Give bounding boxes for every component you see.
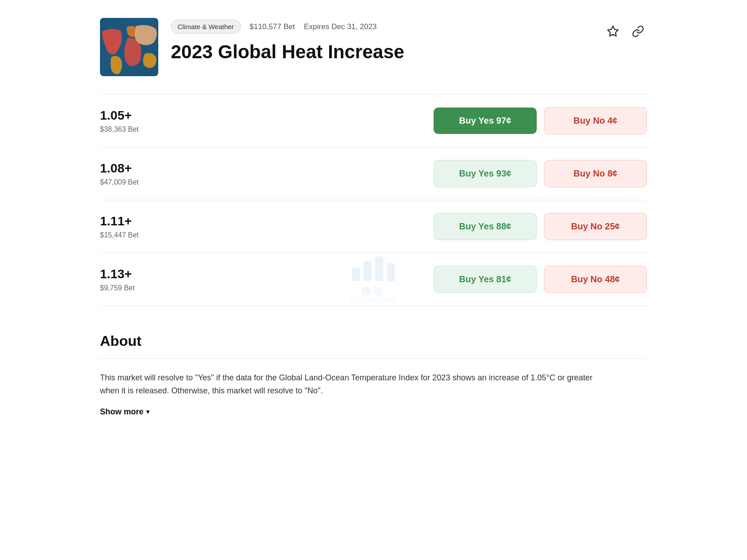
buy-yes-button[interactable]: Buy Yes 97¢	[434, 108, 537, 134]
bet-threshold: 1.13+	[100, 267, 135, 281]
bet-label: 1.05+ $38,363 Bet	[100, 108, 139, 134]
svg-marker-2	[608, 26, 618, 36]
category-badge: Climate & Weather	[171, 20, 241, 34]
market-thumbnail	[100, 18, 158, 76]
share-link-button[interactable]	[629, 22, 647, 40]
expiry-date: Expires Dec 31, 2023	[304, 22, 377, 31]
bet-buttons: Buy Yes 93¢ Buy No 8¢	[434, 160, 647, 187]
bet-volume: $38,363 Bet	[100, 125, 139, 134]
bet-buttons: Buy Yes 81¢ Buy No 48¢	[434, 266, 647, 293]
bet-label: 1.08+ $47,009 Bet	[100, 161, 139, 186]
about-section: About This market will resolve to "Yes" …	[100, 333, 647, 417]
header-actions	[604, 18, 647, 40]
header-section: Climate & Weather $110,577 Bet Expires D…	[100, 18, 647, 76]
bet-volume: $9,759 Bet	[100, 284, 135, 292]
show-more-button[interactable]: Show more ▾	[100, 407, 149, 417]
about-divider	[100, 358, 647, 359]
header-meta: Climate & Weather $110,577 Bet Expires D…	[171, 20, 404, 34]
page-container: Climate & Weather $110,577 Bet Expires D…	[82, 0, 665, 435]
link-icon	[632, 25, 644, 38]
bet-row: 1.05+ $38,363 Bet Buy Yes 97¢ Buy No 4¢	[100, 94, 647, 147]
bet-rows-section: 1.05+ $38,363 Bet Buy Yes 97¢ Buy No 4¢ …	[100, 94, 647, 306]
bet-threshold: 1.05+	[100, 108, 139, 123]
total-bet-amount: $110,577 Bet	[250, 22, 295, 31]
bet-row: 1.11+ $15,447 Bet Buy Yes 88¢ Buy No 25¢	[100, 200, 647, 253]
buy-no-button[interactable]: Buy No 25¢	[544, 213, 647, 240]
show-more-label: Show more	[100, 407, 143, 417]
buy-yes-button[interactable]: Buy Yes 81¢	[434, 266, 537, 293]
buy-yes-button[interactable]: Buy Yes 93¢	[434, 160, 537, 187]
market-title: 2023 Global Heat Increase	[171, 41, 404, 63]
bet-threshold: 1.11+	[100, 214, 139, 228]
bet-row: 1.13+ $9,759 Bet Buy Yes 81¢ Buy No 48¢	[100, 253, 647, 306]
about-description: This market will resolve to "Yes" if the…	[100, 371, 593, 397]
bet-volume: $47,009 Bet	[100, 178, 139, 186]
chevron-down-icon: ▾	[146, 408, 149, 415]
bet-label: 1.13+ $9,759 Bet	[100, 267, 135, 292]
star-icon	[607, 25, 619, 38]
about-title: About	[100, 333, 647, 349]
bet-buttons: Buy Yes 88¢ Buy No 25¢	[434, 213, 647, 240]
header-info: Climate & Weather $110,577 Bet Expires D…	[171, 18, 404, 63]
star-button[interactable]	[604, 22, 622, 40]
buy-no-button[interactable]: Buy No 8¢	[544, 160, 647, 187]
bet-threshold: 1.08+	[100, 161, 139, 176]
buy-no-button[interactable]: Buy No 48¢	[544, 266, 647, 293]
bet-volume: $15,447 Bet	[100, 231, 139, 239]
bet-row: 1.08+ $47,009 Bet Buy Yes 93¢ Buy No 8¢	[100, 147, 647, 200]
header-left: Climate & Weather $110,577 Bet Expires D…	[100, 18, 404, 76]
bet-buttons: Buy Yes 97¢ Buy No 4¢	[434, 107, 647, 134]
buy-yes-button[interactable]: Buy Yes 88¢	[434, 213, 537, 240]
bet-label: 1.11+ $15,447 Bet	[100, 214, 139, 239]
buy-no-button[interactable]: Buy No 4¢	[544, 107, 647, 134]
